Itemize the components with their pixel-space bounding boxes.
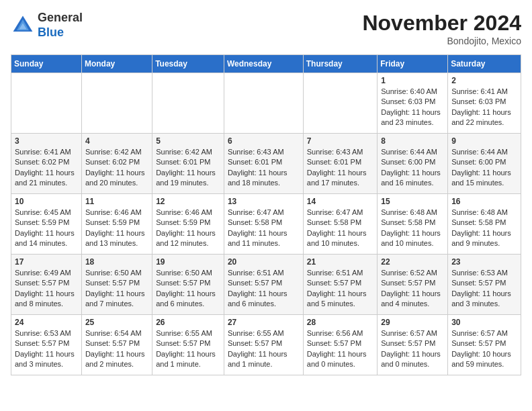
day-info: Daylight: 11 hours and 6 minutes. <box>156 289 220 310</box>
day-info: Daylight: 11 hours and 11 minutes. <box>228 228 300 249</box>
calendar-cell: 24Sunrise: 6:53 AMSunset: 5:57 PMDayligh… <box>11 315 82 375</box>
day-number: 25 <box>85 318 148 327</box>
day-info: Sunrise: 6:55 AM <box>228 328 300 338</box>
day-number: 13 <box>228 197 300 206</box>
day-info: Daylight: 11 hours and 10 minutes. <box>307 228 373 249</box>
day-number: 14 <box>307 197 373 206</box>
calendar-cell: 6Sunrise: 6:43 AMSunset: 6:01 PMDaylight… <box>224 134 303 194</box>
day-info: Sunrise: 6:40 AM <box>381 87 444 97</box>
day-number: 1 <box>381 76 444 85</box>
day-number: 5 <box>156 136 220 146</box>
day-info: Daylight: 11 hours and 4 minutes. <box>381 289 444 310</box>
calendar-cell: 9Sunrise: 6:44 AMSunset: 6:00 PMDaylight… <box>448 134 521 194</box>
day-info: Daylight: 11 hours and 8 minutes. <box>15 289 78 310</box>
day-info: Daylight: 11 hours and 10 minutes. <box>381 228 444 249</box>
day-info: Sunset: 5:58 PM <box>381 218 444 228</box>
day-info: Sunrise: 6:43 AM <box>228 147 300 157</box>
day-info: Sunrise: 6:53 AM <box>15 328 78 338</box>
day-info: Sunset: 6:02 PM <box>85 157 148 167</box>
day-number: 11 <box>85 197 148 206</box>
col-wednesday: Wednesday <box>224 55 303 73</box>
day-info: Daylight: 11 hours and 18 minutes. <box>228 168 300 189</box>
day-info: Sunrise: 6:41 AM <box>15 147 78 157</box>
day-info: Daylight: 11 hours and 19 minutes. <box>156 168 220 189</box>
day-info: Daylight: 11 hours and 7 minutes. <box>85 289 148 310</box>
calendar-week-2: 3Sunrise: 6:41 AMSunset: 6:02 PMDaylight… <box>11 134 521 194</box>
day-info: Daylight: 11 hours and 1 minute. <box>228 349 300 370</box>
calendar-cell: 1Sunrise: 6:40 AMSunset: 6:03 PMDaylight… <box>378 73 448 134</box>
day-number: 15 <box>381 197 444 206</box>
day-number: 18 <box>85 257 148 267</box>
day-info: Daylight: 11 hours and 14 minutes. <box>15 228 78 249</box>
day-info: Sunset: 5:57 PM <box>156 278 220 288</box>
day-info: Sunset: 6:00 PM <box>381 157 444 167</box>
day-info: Sunset: 5:57 PM <box>451 278 517 288</box>
day-info: Sunrise: 6:50 AM <box>156 268 220 278</box>
calendar-week-4: 17Sunrise: 6:49 AMSunset: 5:57 PMDayligh… <box>11 255 521 315</box>
calendar-cell <box>11 73 82 134</box>
day-info: Sunrise: 6:48 AM <box>451 208 517 218</box>
calendar-cell: 15Sunrise: 6:48 AMSunset: 5:58 PMDayligh… <box>378 194 448 255</box>
day-info: Sunrise: 6:47 AM <box>307 208 373 218</box>
logo-text: General Blue <box>38 11 83 40</box>
title-block: November 2024 Bondojito, Mexico <box>362 11 521 46</box>
day-info: Sunset: 6:03 PM <box>451 97 517 107</box>
day-number: 23 <box>451 257 517 267</box>
day-info: Sunrise: 6:44 AM <box>451 147 517 157</box>
day-info: Sunrise: 6:44 AM <box>381 147 444 157</box>
calendar-cell: 12Sunrise: 6:46 AMSunset: 5:59 PMDayligh… <box>152 194 224 255</box>
day-number: 9 <box>451 136 517 146</box>
day-info: Sunset: 5:57 PM <box>228 338 300 349</box>
day-info: Sunrise: 6:48 AM <box>381 208 444 218</box>
day-info: Sunrise: 6:49 AM <box>15 268 78 278</box>
day-number: 8 <box>381 136 444 146</box>
col-friday: Friday <box>378 55 448 73</box>
day-info: Sunset: 5:57 PM <box>15 338 78 349</box>
day-info: Daylight: 11 hours and 0 minutes. <box>381 349 444 370</box>
day-info: Sunrise: 6:47 AM <box>228 208 300 218</box>
day-info: Sunrise: 6:46 AM <box>156 208 220 218</box>
day-info: Sunrise: 6:51 AM <box>307 268 373 278</box>
calendar-cell <box>224 73 303 134</box>
col-monday: Monday <box>81 55 152 73</box>
day-number: 30 <box>451 318 517 327</box>
calendar-cell: 4Sunrise: 6:42 AMSunset: 6:02 PMDaylight… <box>81 134 152 194</box>
day-info: Sunrise: 6:42 AM <box>156 147 220 157</box>
calendar-cell: 29Sunrise: 6:57 AMSunset: 5:57 PMDayligh… <box>378 315 448 375</box>
day-info: Sunset: 5:59 PM <box>85 218 148 228</box>
calendar-cell: 17Sunrise: 6:49 AMSunset: 5:57 PMDayligh… <box>11 255 82 315</box>
day-info: Sunset: 5:58 PM <box>307 218 373 228</box>
calendar-cell <box>81 73 152 134</box>
calendar-cell: 21Sunrise: 6:51 AMSunset: 5:57 PMDayligh… <box>303 255 377 315</box>
day-info: Sunset: 5:57 PM <box>381 338 444 349</box>
calendar-cell: 13Sunrise: 6:47 AMSunset: 5:58 PMDayligh… <box>224 194 303 255</box>
day-number: 10 <box>15 197 78 206</box>
calendar-cell: 7Sunrise: 6:43 AMSunset: 6:01 PMDaylight… <box>303 134 377 194</box>
calendar-cell: 3Sunrise: 6:41 AMSunset: 6:02 PMDaylight… <box>11 134 82 194</box>
logo-icon <box>11 13 35 38</box>
day-number: 6 <box>228 136 300 146</box>
day-info: Daylight: 11 hours and 9 minutes. <box>451 228 517 249</box>
day-number: 29 <box>381 318 444 327</box>
day-info: Sunrise: 6:52 AM <box>381 268 444 278</box>
day-number: 3 <box>15 136 78 146</box>
day-info: Sunset: 5:57 PM <box>381 278 444 288</box>
calendar-cell <box>303 73 377 134</box>
day-info: Daylight: 11 hours and 13 minutes. <box>85 228 148 249</box>
day-info: Daylight: 11 hours and 1 minute. <box>156 349 220 370</box>
logo-blue: Blue <box>38 26 64 39</box>
day-number: 19 <box>156 257 220 267</box>
day-number: 26 <box>156 318 220 327</box>
day-info: Sunset: 5:58 PM <box>451 218 517 228</box>
day-info: Sunrise: 6:54 AM <box>85 328 148 338</box>
calendar-cell: 19Sunrise: 6:50 AMSunset: 5:57 PMDayligh… <box>152 255 224 315</box>
day-info: Sunrise: 6:57 AM <box>451 328 517 338</box>
day-number: 27 <box>228 318 300 327</box>
calendar-week-1: 1Sunrise: 6:40 AMSunset: 6:03 PMDaylight… <box>11 73 521 134</box>
day-info: Sunset: 6:01 PM <box>228 157 300 167</box>
calendar-cell: 14Sunrise: 6:47 AMSunset: 5:58 PMDayligh… <box>303 194 377 255</box>
col-saturday: Saturday <box>448 55 521 73</box>
day-info: Daylight: 11 hours and 23 minutes. <box>381 107 444 128</box>
header-row: Sunday Monday Tuesday Wednesday Thursday… <box>11 55 521 73</box>
calendar-cell: 10Sunrise: 6:45 AMSunset: 5:59 PMDayligh… <box>11 194 82 255</box>
